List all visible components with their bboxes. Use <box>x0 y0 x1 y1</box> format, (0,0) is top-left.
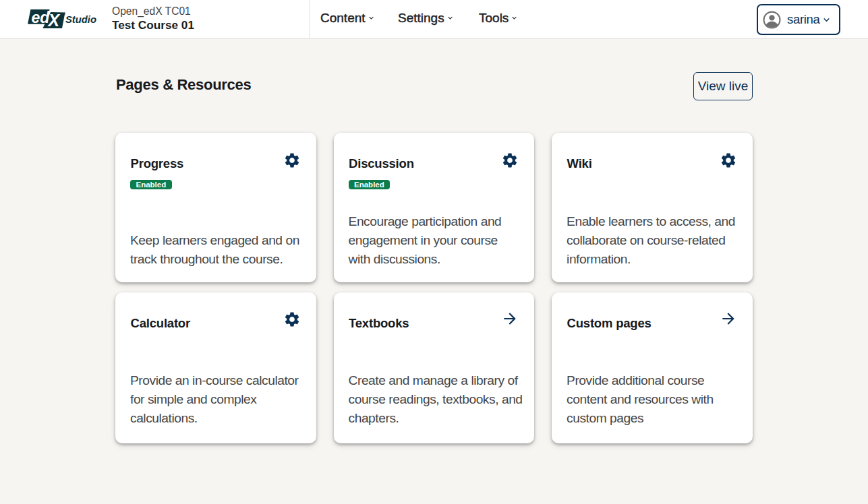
svg-text:Studio: Studio <box>65 14 96 25</box>
svg-text:X: X <box>47 11 61 30</box>
svg-text:ed: ed <box>32 9 51 26</box>
